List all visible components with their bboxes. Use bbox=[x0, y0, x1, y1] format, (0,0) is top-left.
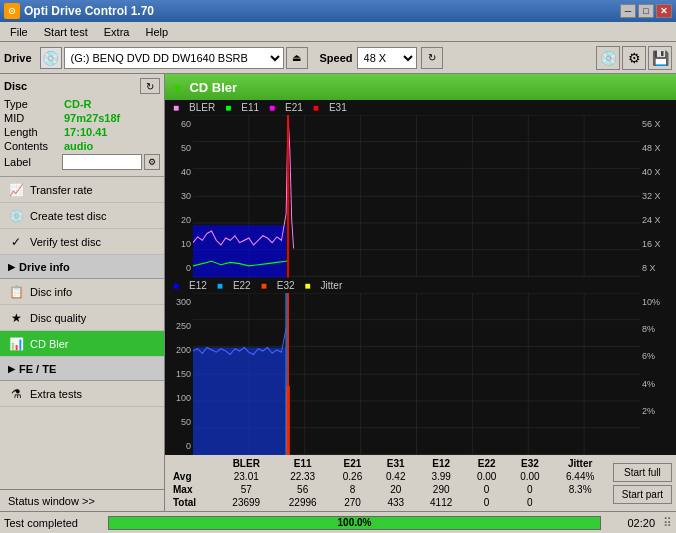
menu-file[interactable]: File bbox=[2, 24, 36, 40]
minimize-button[interactable]: ─ bbox=[620, 4, 636, 18]
max-label: Max bbox=[169, 483, 218, 496]
menu-help[interactable]: Help bbox=[137, 24, 176, 40]
col-e32: E32 bbox=[508, 457, 551, 470]
nav-verify-test-disc[interactable]: ✓ Verify test disc bbox=[0, 229, 164, 255]
menu-extra[interactable]: Extra bbox=[96, 24, 138, 40]
jitter-legend-label: Jitter bbox=[321, 280, 343, 291]
nav-disc-quality[interactable]: ★ Disc quality bbox=[0, 305, 164, 331]
total-e21: 270 bbox=[331, 496, 374, 509]
toolbar-icons: 💿 ⚙ 💾 bbox=[596, 46, 672, 70]
upper-chart: ■BLER ■E11 ■E21 ■E31 60 50 40 30 20 10 0 bbox=[165, 100, 676, 278]
nav-create-test-disc[interactable]: 💿 Create test disc bbox=[0, 203, 164, 229]
e31-legend-label: E31 bbox=[329, 102, 347, 113]
e12-legend-label: E12 bbox=[189, 280, 207, 291]
content-area: ● CD Bler ■BLER ■E11 ■E21 ■E31 60 50 40 … bbox=[165, 74, 676, 511]
stats-row: BLER E11 E21 E31 E12 E22 E32 Jitter Avg bbox=[165, 455, 676, 511]
total-label: Total bbox=[169, 496, 218, 509]
close-button[interactable]: ✕ bbox=[656, 4, 672, 18]
col-e12: E12 bbox=[417, 457, 465, 470]
max-bler: 57 bbox=[218, 483, 274, 496]
sidebar: Disc ↻ Type CD-R MID 97m27s18f Length 17… bbox=[0, 74, 165, 511]
nav-disc-info-label: Disc info bbox=[30, 286, 72, 298]
menu-start-test[interactable]: Start test bbox=[36, 24, 96, 40]
chart-header: ● CD Bler bbox=[165, 74, 676, 100]
settings-icon-button[interactable]: ⚙ bbox=[622, 46, 646, 70]
drive-info-arrow: ▶ bbox=[8, 262, 15, 272]
e22-legend-label: E22 bbox=[233, 280, 251, 291]
verify-test-disc-icon: ✓ bbox=[8, 234, 24, 250]
drive-dropdown[interactable]: (G:) BENQ DVD DD DW1640 BSRB bbox=[64, 47, 284, 69]
nav-verify-test-disc-label: Verify test disc bbox=[30, 236, 101, 248]
label-settings-button[interactable]: ⚙ bbox=[144, 154, 160, 170]
avg-e22: 0.00 bbox=[465, 470, 508, 483]
start-part-button[interactable]: Start part bbox=[613, 485, 672, 504]
nav-create-test-disc-label: Create test disc bbox=[30, 210, 106, 222]
max-e21: 8 bbox=[331, 483, 374, 496]
total-e31: 433 bbox=[374, 496, 417, 509]
status-window-bar[interactable]: Status window >> bbox=[0, 489, 164, 511]
table-row: Total 23699 22996 270 433 4112 0 0 bbox=[169, 496, 609, 509]
total-bler: 23699 bbox=[218, 496, 274, 509]
col-e22: E22 bbox=[465, 457, 508, 470]
table-row: Max 57 56 8 20 290 0 0 8.3% bbox=[169, 483, 609, 496]
disc-label-input[interactable] bbox=[62, 154, 142, 170]
col-jitter: Jitter bbox=[552, 457, 609, 470]
upper-chart-area: 0 10 20 30 40 50 60 70 80 min bbox=[193, 115, 640, 278]
max-e12: 290 bbox=[417, 483, 465, 496]
stats-table: BLER E11 E21 E31 E12 E22 E32 Jitter Avg bbox=[169, 457, 609, 509]
disc-info-icon: 📋 bbox=[8, 284, 24, 300]
avg-e31: 0.42 bbox=[374, 470, 417, 483]
speed-dropdown[interactable]: 48 X bbox=[357, 47, 417, 69]
nav-extra-tests[interactable]: ⚗ Extra tests bbox=[0, 381, 164, 407]
main-layout: Disc ↻ Type CD-R MID 97m27s18f Length 17… bbox=[0, 74, 676, 511]
e32-legend-label: E32 bbox=[277, 280, 295, 291]
drive-select-wrapper: 💿 (G:) BENQ DVD DD DW1640 BSRB ⏏ bbox=[40, 47, 308, 69]
nav-cd-bler-label: CD Bler bbox=[30, 338, 69, 350]
nav-disc-info[interactable]: 📋 Disc info bbox=[0, 279, 164, 305]
upper-legend: ■BLER ■E11 ■E21 ■E31 bbox=[165, 100, 676, 115]
progress-percent: 100.0% bbox=[109, 517, 600, 529]
total-e32: 0 bbox=[508, 496, 551, 509]
col-e31: E31 bbox=[374, 457, 417, 470]
drive-label: Drive bbox=[4, 52, 32, 64]
lower-chart-area: 0 10 20 30 40 50 60 70 80 min bbox=[193, 293, 640, 456]
drive-eject-button[interactable]: ⏏ bbox=[286, 47, 308, 69]
bler-legend-label: BLER bbox=[189, 102, 215, 113]
total-e12: 4112 bbox=[417, 496, 465, 509]
max-e22: 0 bbox=[465, 483, 508, 496]
lower-yaxis-left: 300 250 200 150 100 50 0 bbox=[165, 293, 193, 456]
max-e31: 20 bbox=[374, 483, 417, 496]
disc-mid-label: MID bbox=[4, 112, 64, 124]
disc-type-label: Type bbox=[4, 98, 64, 110]
total-e22: 0 bbox=[465, 496, 508, 509]
avg-e21: 0.26 bbox=[331, 470, 374, 483]
lower-chart: ■E12 ■E22 ■E32 ■Jitter 300 250 200 150 1… bbox=[165, 278, 676, 456]
svg-rect-39 bbox=[193, 347, 286, 455]
avg-e32: 0.00 bbox=[508, 470, 551, 483]
nav-extra-tests-label: Extra tests bbox=[30, 388, 82, 400]
nav-drive-info[interactable]: ▶ Drive info bbox=[0, 255, 164, 279]
speed-label: Speed bbox=[320, 52, 353, 64]
app-title: Opti Drive Control 1.70 bbox=[24, 4, 154, 18]
nav-transfer-rate-label: Transfer rate bbox=[30, 184, 93, 196]
disc-info-icon-button[interactable]: 💿 bbox=[596, 46, 620, 70]
disc-length-value: 17:10.41 bbox=[64, 126, 107, 138]
transfer-rate-icon: 📈 bbox=[8, 182, 24, 198]
upper-chart-svg: 0 10 20 30 40 50 60 70 80 min bbox=[193, 115, 640, 278]
status-text: Test completed bbox=[4, 517, 104, 529]
avg-jitter: 6.44% bbox=[552, 470, 609, 483]
col-bler: BLER bbox=[218, 457, 274, 470]
nav-transfer-rate[interactable]: 📈 Transfer rate bbox=[0, 177, 164, 203]
nav-fe-te[interactable]: ▶ FE / TE bbox=[0, 357, 164, 381]
save-icon-button[interactable]: 💾 bbox=[648, 46, 672, 70]
stats-table-wrapper: BLER E11 E21 E31 E12 E22 E32 Jitter Avg bbox=[169, 457, 609, 509]
maximize-button[interactable]: □ bbox=[638, 4, 654, 18]
avg-e11: 22.33 bbox=[274, 470, 330, 483]
start-full-button[interactable]: Start full bbox=[613, 463, 672, 482]
disc-refresh-button[interactable]: ↻ bbox=[140, 78, 160, 94]
nav-fe-te-label: FE / TE bbox=[19, 363, 56, 375]
drivebar: Drive 💿 (G:) BENQ DVD DD DW1640 BSRB ⏏ S… bbox=[0, 42, 676, 74]
nav-cd-bler[interactable]: 📊 CD Bler bbox=[0, 331, 164, 357]
titlebar: ⊙ Opti Drive Control 1.70 ─ □ ✕ bbox=[0, 0, 676, 22]
speed-refresh-button[interactable]: ↻ bbox=[421, 47, 443, 69]
